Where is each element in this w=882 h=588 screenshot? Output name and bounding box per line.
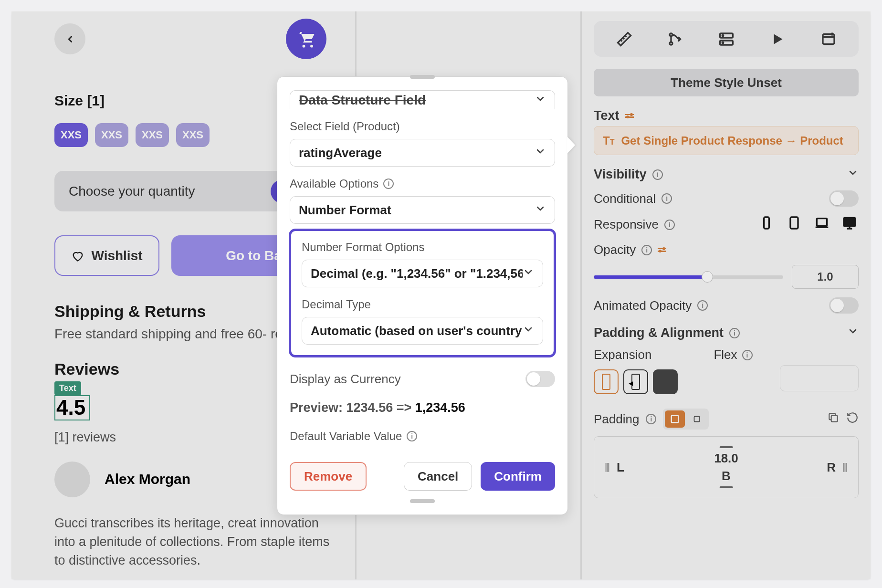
visibility-header[interactable]: Visibility i (594, 167, 859, 182)
ruler-icon[interactable] (610, 26, 639, 52)
pad-bottom: B (722, 469, 731, 483)
text-binding-label: Get Single Product Response → Product (621, 133, 843, 148)
padding-all-icon[interactable] (665, 410, 685, 428)
phone-icon[interactable] (757, 215, 776, 234)
expansion-label: Expansion (594, 347, 651, 362)
svg-point-2 (670, 33, 672, 36)
padding-alignment-header[interactable]: Padding & Alignment i (594, 326, 859, 340)
laptop-icon[interactable] (813, 215, 831, 234)
opacity-value[interactable]: 1.0 (792, 265, 859, 289)
wishlist-button[interactable]: Wishlist (54, 235, 159, 276)
svg-rect-15 (831, 415, 838, 421)
responsive-label: Responsive (594, 217, 659, 232)
confirm-button[interactable]: Confirm (481, 462, 555, 491)
drag-handle[interactable] (410, 75, 435, 79)
expansion-option[interactable] (653, 369, 678, 394)
text-section-header[interactable]: Text (594, 108, 859, 123)
pad-left: L (617, 460, 624, 475)
adjust-icon (625, 114, 634, 118)
size-chip[interactable]: XXS (136, 123, 169, 147)
available-options-value: Number Format (299, 203, 391, 218)
number-format-label: Number Format Options (302, 241, 543, 254)
preview-result: 1,234.56 (415, 400, 465, 415)
svg-rect-11 (817, 219, 827, 226)
qty-label: Choose your quantity (69, 184, 195, 199)
animated-opacity-row: Animated Opacity i (594, 297, 859, 314)
cart-fab[interactable] (286, 19, 326, 59)
tool-strip (594, 21, 859, 57)
properties-panel: Theme Style Unset Text TT Get Single Pro… (582, 11, 871, 579)
select-field-label: Select Field (Product) (290, 120, 555, 133)
display-currency-label: Display as Currency (290, 372, 401, 387)
preview-line: Preview: 1234.56 => 1,234.56 (290, 400, 555, 415)
info-icon: i (664, 220, 675, 230)
data-structure-select[interactable]: Data Structure Field (290, 90, 555, 109)
pad-right: R (827, 460, 836, 475)
drag-handle[interactable] (410, 499, 435, 503)
padding-mode-toggle[interactable] (663, 409, 709, 430)
remove-button[interactable]: Remove (290, 462, 367, 491)
display-currency-row: Display as Currency (290, 371, 555, 387)
info-icon: i (742, 350, 753, 360)
back-button[interactable] (54, 23, 85, 54)
chevron-down-icon (523, 266, 534, 281)
svg-rect-13 (672, 416, 679, 423)
padding-alignment-label: Padding & Alignment (594, 326, 724, 340)
tablet-icon[interactable] (785, 215, 803, 234)
select-field-value: ratingAverage (299, 146, 382, 160)
add-panel-icon[interactable] (814, 26, 843, 52)
field-config-popup: Data Structure Field Select Field (Produ… (277, 76, 568, 515)
cancel-button[interactable]: Cancel (404, 462, 472, 491)
theme-style-label: Theme Style Unset (671, 75, 782, 90)
conditional-toggle[interactable] (829, 190, 859, 207)
decimal-type-label: Decimal Type (302, 298, 543, 311)
svg-point-3 (670, 42, 672, 45)
expansion-option[interactable]: ◀ (623, 369, 648, 394)
decimal-type-dropdown[interactable]: Automatic (based on user's country (302, 317, 543, 345)
theme-style-bar[interactable]: Theme Style Unset (594, 69, 859, 96)
branch-icon[interactable] (661, 26, 690, 52)
chevron-down-icon (523, 324, 534, 338)
available-options-dropdown[interactable]: Number Format (290, 196, 555, 224)
data-structure-label: Data Structure Field (299, 93, 426, 108)
svg-point-0 (302, 44, 305, 47)
number-format-value: Decimal (e.g. "1,234.56" or "1.234,56" (311, 266, 523, 281)
svg-rect-9 (764, 217, 769, 229)
select-field-dropdown[interactable]: ratingAverage (290, 139, 555, 167)
conditional-label: Conditional (594, 191, 656, 206)
play-icon[interactable] (763, 26, 792, 52)
default-variable-label: Default Variable Valuei (290, 430, 555, 443)
available-options-label: Available Optionsi (290, 177, 555, 190)
info-icon: i (646, 414, 656, 424)
info-icon: i (729, 328, 740, 338)
size-chip[interactable]: XXS (176, 123, 210, 147)
text-type-icon: TT (603, 134, 614, 147)
size-chip[interactable]: XXS (54, 123, 88, 147)
server-icon[interactable] (712, 26, 741, 52)
svg-point-6 (722, 35, 723, 36)
chevron-down-icon (535, 203, 546, 218)
svg-rect-10 (790, 217, 798, 229)
wishlist-label: Wishlist (91, 248, 142, 263)
highlighted-section: Number Format Options Decimal (e.g. "1,2… (289, 229, 556, 357)
desktop-icon[interactable] (840, 215, 859, 234)
opacity-slider-row: 1.0 (594, 265, 859, 289)
flex-label: Flex (714, 347, 737, 362)
size-chip[interactable]: XXS (95, 123, 128, 147)
animated-opacity-toggle[interactable] (829, 297, 859, 314)
copy-icon[interactable] (827, 411, 840, 427)
number-format-dropdown[interactable]: Decimal (e.g. "1,234.56" or "1.234,56" (302, 260, 543, 287)
expansion-option[interactable] (594, 369, 619, 394)
flex-input[interactable] (780, 365, 859, 391)
padding-box[interactable]: ⦀L 18.0 B R⦀ (594, 436, 859, 498)
padding-label: Padding (594, 412, 639, 427)
display-currency-toggle[interactable] (525, 371, 555, 387)
reset-icon[interactable] (846, 411, 859, 427)
svg-rect-12 (844, 218, 855, 226)
opacity-slider[interactable] (594, 275, 783, 279)
chevron-down-icon (847, 326, 859, 340)
reviewer-name: Alex Morgan (105, 471, 190, 487)
padding-individual-icon[interactable] (687, 410, 707, 428)
text-binding-chip[interactable]: TT Get Single Product Response → Product (594, 126, 859, 155)
visibility-label: Visibility (594, 167, 647, 182)
